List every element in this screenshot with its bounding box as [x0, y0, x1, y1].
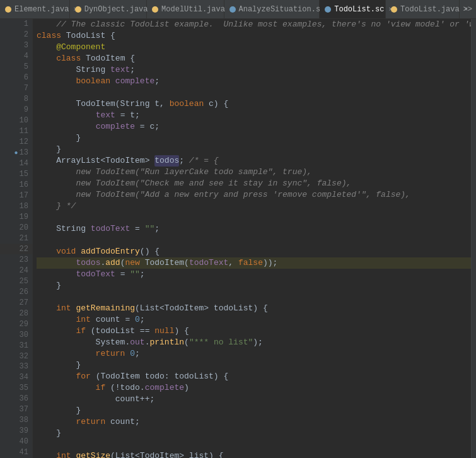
line-number: 36 — [20, 394, 28, 403]
line-number: 41 — [20, 448, 28, 457]
line-number: 7 — [24, 84, 28, 93]
tab-dynobject[interactable]: DynObject.java × — [70, 0, 147, 19]
tab-overflow[interactable]: >> — [460, 5, 476, 14]
code-line-10: complete = c; — [37, 121, 471, 132]
line-gutter: 123456789101112●131415161718192021222324… — [0, 19, 33, 458]
line-number: 14 — [20, 159, 28, 168]
gutter-line-3: 3 — [0, 40, 32, 51]
editor: 123456789101112●131415161718192021222324… — [0, 19, 476, 458]
line-number: 28 — [20, 309, 28, 318]
tab-modelutil[interactable]: ModelUtil.java × — [147, 0, 224, 19]
line-number: 12 — [20, 138, 28, 146]
tab-bar: Element.java × DynObject.java × ModelUti… — [0, 0, 476, 19]
code-line-9: text = t; — [37, 110, 471, 121]
code-line-13: ArrayList<TodoItem> todos; /* = { — [37, 155, 471, 167]
code-line-3: @Component — [37, 42, 471, 53]
code-line-6: boolean complete; — [37, 76, 471, 87]
line-number: 22 — [20, 245, 28, 254]
code-line-12: } — [37, 144, 471, 155]
tab-icon-element — [5, 6, 11, 13]
code-line-38 — [37, 439, 471, 450]
line-number: 40 — [20, 437, 28, 446]
line-number: 10 — [20, 116, 28, 125]
gutter-line-38: 38 — [0, 415, 32, 426]
tab-label-analyzesituation: AnalyzeSituation.sc — [239, 5, 325, 14]
gutter-line-13: ●13 — [0, 148, 32, 158]
gutter-line-8: 8 — [0, 94, 32, 105]
line-number: 38 — [20, 416, 28, 425]
tab-label-element: Element.java — [15, 5, 69, 14]
line-number: 11 — [20, 127, 28, 136]
line-number: 16 — [20, 180, 28, 189]
minimap — [471, 19, 476, 458]
code-line-2: class TodoList { — [37, 30, 471, 42]
tab-label-dynobject: DynObject.java — [84, 5, 148, 14]
gutter-line-41: 41 — [0, 447, 32, 458]
code-line-14: new TodoItem("Run layerCake todo sample"… — [37, 167, 471, 178]
tab-icon-analyzesituation — [229, 6, 236, 13]
code-line-18 — [37, 212, 471, 223]
line-number: 2 — [24, 30, 28, 39]
gutter-line-24: 24 — [0, 265, 32, 276]
gutter-line-9: 9 — [0, 105, 32, 115]
tab-icon-modelutil — [152, 6, 158, 13]
code-line-1: // The classic TodoList example. Unlike … — [37, 19, 471, 30]
gutter-line-10: 10 — [0, 115, 32, 126]
line-number: 33 — [20, 362, 28, 371]
code-content[interactable]: // The classic TodoList example. Unlike … — [33, 19, 471, 458]
tab-label-todolist-java: TodoList.java — [400, 5, 460, 14]
gutter-line-40: 40 — [0, 437, 32, 447]
tab-label-todolist-sc: TodoList.sc — [334, 5, 384, 14]
gutter-line-39: 39 — [0, 426, 32, 437]
code-line-22: todos.add(new TodoItem(todoText, false))… — [37, 257, 471, 269]
gutter-line-7: 7 — [0, 83, 32, 94]
gutter-line-32: 32 — [0, 351, 32, 361]
line-number: 17 — [20, 191, 28, 200]
line-number: 8 — [24, 95, 28, 103]
line-number: 20 — [20, 223, 28, 232]
line-number: 3 — [24, 41, 28, 50]
gutter-line-1: 1 — [0, 19, 32, 30]
line-number: 24 — [20, 266, 28, 275]
code-line-39: int getSize(List<TodoItem> list) { — [37, 450, 471, 458]
code-line-4: class TodoItem { — [37, 53, 471, 64]
line-number: 37 — [20, 405, 28, 414]
gutter-line-12: 12 — [0, 137, 32, 148]
tab-analyzesituation[interactable]: AnalyzeSituation.sc × — [224, 0, 320, 19]
line-number: 5 — [24, 62, 28, 71]
line-number: 34 — [20, 373, 28, 382]
code-line-17: } */ — [37, 201, 471, 212]
code-line-28: if (todoList == null) { — [37, 326, 471, 337]
line-number: 9 — [24, 105, 28, 114]
gutter-line-33: 33 — [0, 361, 32, 372]
code-line-36: return count; — [37, 416, 471, 428]
code-line-8: TodoItem(String t, boolean c) { — [37, 98, 471, 110]
code-line-32: for (TodoItem todo: todoList) { — [37, 371, 471, 382]
tab-todolist-java[interactable]: TodoList.java × — [386, 0, 460, 19]
gutter-line-26: 26 — [0, 286, 32, 297]
gutter-line-25: 25 — [0, 276, 32, 286]
gutter-breakpoint-icon[interactable]: ● — [15, 150, 18, 156]
code-line-27: int count = 0; — [37, 314, 471, 326]
gutter-line-35: 35 — [0, 383, 32, 394]
gutter-line-2: 2 — [0, 30, 32, 40]
line-number: 13 — [20, 148, 28, 157]
minimap-scroll — [472, 19, 476, 458]
code-line-37: } — [37, 428, 471, 439]
gutter-line-16: 16 — [0, 180, 32, 191]
code-line-29: System.out.println("*** no list"); — [37, 337, 471, 348]
code-line-21: void addTodoEntry() { — [37, 246, 471, 257]
tab-todolist-sc[interactable]: TodoList.sc × — [320, 0, 386, 19]
tab-icon-dynobject — [75, 6, 81, 13]
gutter-line-29: 29 — [0, 319, 32, 329]
tab-element[interactable]: Element.java × — [0, 0, 70, 19]
line-number: 4 — [24, 52, 28, 61]
line-number: 31 — [20, 341, 28, 350]
gutter-line-31: 31 — [0, 340, 32, 351]
line-number: 32 — [20, 352, 28, 361]
line-number: 35 — [20, 384, 28, 392]
tab-icon-todolist-java — [391, 6, 397, 13]
gutter-line-17: 17 — [0, 191, 32, 201]
tab-icon-todolist-sc — [325, 6, 331, 13]
line-number: 1 — [24, 20, 28, 28]
